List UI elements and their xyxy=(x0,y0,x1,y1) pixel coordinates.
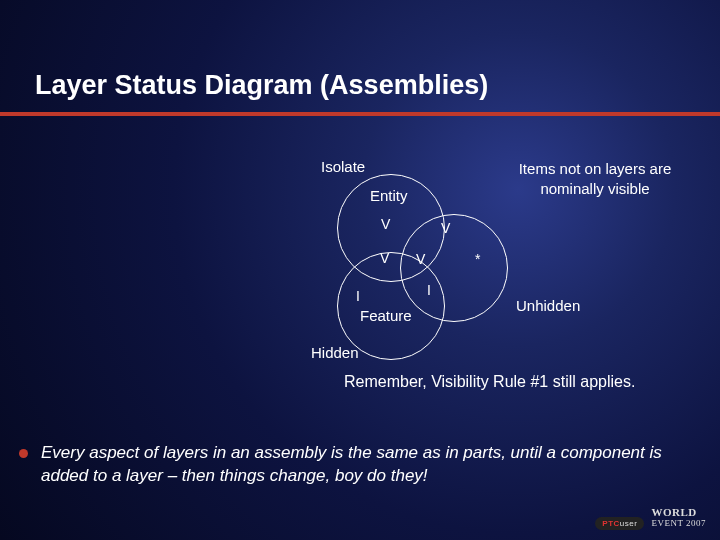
region-v-mid-left: V xyxy=(380,250,389,266)
region-i-right: I xyxy=(427,282,431,298)
region-v-center: V xyxy=(416,251,425,267)
region-v-top-right: V xyxy=(441,220,450,236)
bullet-text: Every aspect of layers in an assembly is… xyxy=(41,442,701,488)
bullet-icon xyxy=(19,449,28,458)
title-underline xyxy=(0,112,720,116)
label-hidden: Hidden xyxy=(311,344,359,361)
label-entity: Entity xyxy=(370,187,408,204)
page-title: Layer Status Diagram (Assemblies) xyxy=(35,70,488,101)
region-i-left: I xyxy=(356,288,360,304)
label-feature: Feature xyxy=(360,307,412,324)
reminder-text: Remember, Visibility Rule #1 still appli… xyxy=(344,373,635,391)
label-isolate: Isolate xyxy=(321,158,365,175)
footer-logo: PTCuser WORLDEVENT 2007 xyxy=(595,506,706,530)
region-star: * xyxy=(475,251,480,267)
label-unhidden: Unhidden xyxy=(516,297,580,314)
bullet-block: Every aspect of layers in an assembly is… xyxy=(19,442,701,488)
note-text: Items not on layers are nominally visibl… xyxy=(510,159,680,198)
region-v-top-left: V xyxy=(381,216,390,232)
